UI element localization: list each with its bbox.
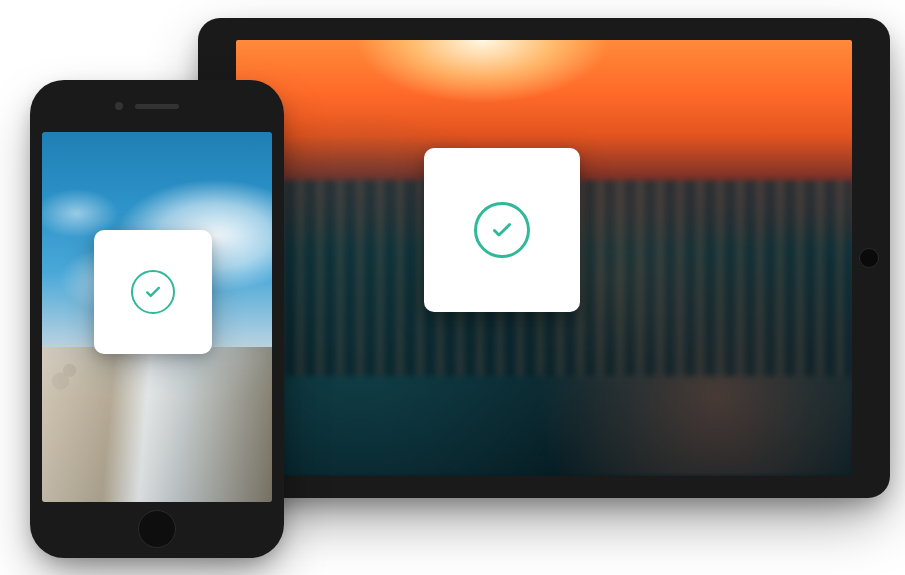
phone-speaker — [135, 104, 179, 109]
phone-success-card — [94, 230, 212, 354]
checkmark-circle-icon — [474, 202, 530, 258]
tablet-success-card — [424, 148, 580, 312]
checkmark-circle-icon — [131, 270, 175, 314]
phone-camera — [115, 102, 123, 110]
phone-home-button[interactable] — [138, 510, 176, 548]
tablet-home-button[interactable] — [859, 248, 879, 268]
